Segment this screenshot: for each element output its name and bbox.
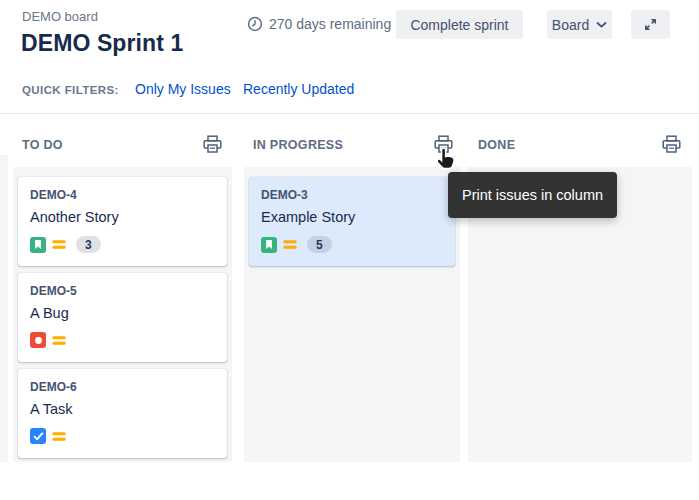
bug-icon (30, 332, 46, 348)
priority-medium-icon (52, 334, 67, 347)
days-remaining: 270 days remaining (247, 16, 391, 32)
days-remaining-text: 270 days remaining (269, 16, 391, 32)
column-title-in-progress: IN PROGRESS (253, 138, 343, 152)
printer-icon (202, 135, 224, 154)
issue-key: DEMO-3 (261, 188, 443, 202)
board-menu-label: Board (552, 17, 589, 33)
story-icon (261, 237, 277, 253)
priority-medium-icon (52, 238, 67, 251)
page-title: DEMO Sprint 1 (21, 30, 183, 57)
issue-card-demo-6[interactable]: DEMO-6 A Task (18, 369, 227, 458)
issue-key: DEMO-4 (30, 188, 215, 202)
complete-sprint-button[interactable]: Complete sprint (396, 10, 523, 39)
priority-medium-icon (52, 430, 67, 443)
issue-card-demo-3[interactable]: DEMO-3 Example Story 5 (249, 177, 455, 266)
column-title-done: DONE (478, 138, 515, 152)
priority-medium-icon (283, 238, 298, 251)
quick-filter-recently-updated[interactable]: Recently Updated (243, 81, 354, 97)
task-icon (30, 428, 46, 444)
issue-summary: A Bug (30, 305, 215, 321)
board-menu-button[interactable]: Board (547, 10, 612, 39)
estimate-badge: 3 (76, 236, 101, 253)
chevron-down-icon (596, 21, 607, 29)
complete-sprint-label: Complete sprint (410, 17, 508, 33)
issue-key: DEMO-5 (30, 284, 215, 298)
tooltip-text: Print issues in column (462, 187, 603, 203)
tooltip: Print issues in column (448, 172, 617, 218)
issue-summary: Another Story (30, 209, 215, 225)
print-column-done-button[interactable] (661, 134, 683, 154)
printer-icon (661, 135, 683, 154)
issue-summary: A Task (30, 401, 215, 417)
story-icon (30, 237, 46, 253)
print-column-todo-button[interactable] (202, 134, 224, 154)
fullscreen-button[interactable] (631, 10, 670, 39)
quick-filters-label: QUICK FILTERS: (22, 84, 119, 96)
clock-icon (247, 16, 263, 32)
issue-key: DEMO-6 (30, 380, 215, 394)
column-title-todo: TO DO (22, 138, 63, 152)
estimate-badge: 5 (307, 236, 332, 253)
issue-card-demo-4[interactable]: DEMO-4 Another Story 3 (18, 177, 227, 266)
quick-filter-only-my-issues[interactable]: Only My Issues (135, 81, 231, 97)
board-left-gutter (0, 155, 8, 462)
issue-summary: Example Story (261, 209, 443, 225)
hand-pointer-cursor (434, 146, 459, 173)
expand-icon (643, 17, 658, 32)
breadcrumb[interactable]: DEMO board (22, 9, 98, 24)
issue-card-demo-5[interactable]: DEMO-5 A Bug (18, 273, 227, 362)
